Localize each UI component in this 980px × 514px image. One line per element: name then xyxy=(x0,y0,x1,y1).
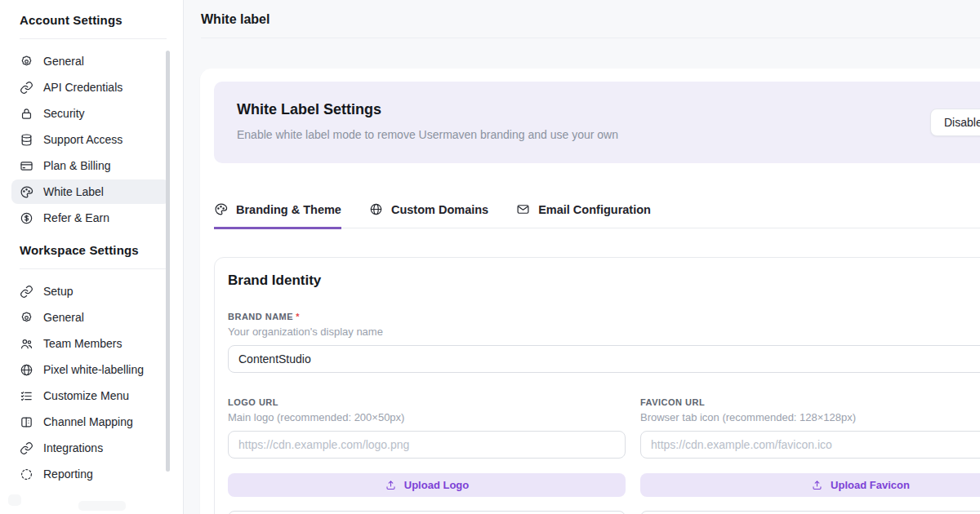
sidebar-item-setup[interactable]: Setup xyxy=(11,279,170,304)
gear-icon xyxy=(20,55,33,69)
globe-icon xyxy=(20,363,33,377)
sidebar-item-label: Customize Menu xyxy=(43,389,129,402)
envelope-icon xyxy=(516,202,530,216)
sidebar-item-label: General xyxy=(43,311,84,324)
globe-icon xyxy=(369,202,383,216)
logo-extra-input[interactable] xyxy=(228,511,626,514)
sidebar-item-label: API Credentials xyxy=(43,81,122,94)
page-header: White label xyxy=(184,0,980,27)
users-icon xyxy=(20,337,33,351)
lock-icon xyxy=(20,107,33,121)
sidebar-nav: GeneralAPI CredentialsSecuritySupport Ac… xyxy=(0,49,183,230)
upload-icon xyxy=(811,479,823,491)
white-label-card: White Label Settings Enable white label … xyxy=(200,69,980,514)
favicon-url-helper: Browser tab icon (recommended: 128×128px… xyxy=(640,411,980,423)
upload-favicon-button[interactable]: Upload Favicon xyxy=(640,473,980,497)
brand-identity-section: Brand Identity BRAND NAME* Your organiza… xyxy=(214,257,980,514)
link-icon xyxy=(20,285,33,299)
sidebar-item-api-credentials[interactable]: API Credentials xyxy=(11,75,170,100)
favicon-url-label: FAVICON URL xyxy=(640,397,980,407)
sidebar-item-support-access[interactable]: Support Access xyxy=(11,127,170,152)
logo-url-helper: Main logo (recommended: 200×50px) xyxy=(228,411,626,423)
sidebar-divider xyxy=(20,38,167,39)
brand-name-label: BRAND NAME* xyxy=(228,312,980,321)
favicon-url-input[interactable] xyxy=(640,431,980,459)
section-title: Brand Identity xyxy=(228,273,980,289)
tab-email-configuration[interactable]: Email Configuration xyxy=(516,202,651,229)
logo-url-field-group: LOGO URL Main logo (recommended: 200×50p… xyxy=(228,397,626,514)
settings-sidebar: Account SettingsGeneralAPI CredentialsSe… xyxy=(0,0,184,514)
required-asterisk: * xyxy=(296,312,300,321)
sidebar-item-general[interactable]: General xyxy=(11,49,170,73)
page-title: White label xyxy=(201,12,980,27)
sidebar-item-plan-billing[interactable]: Plan & Billing xyxy=(11,153,170,178)
database-icon xyxy=(20,133,33,147)
list-check-icon xyxy=(20,389,33,403)
tab-label: Custom Domains xyxy=(391,203,488,216)
sidebar-item-refer-earn[interactable]: Refer & Earn xyxy=(11,206,170,230)
sidebar-item-label: Support Access xyxy=(43,133,122,146)
sidebar-section-heading: Account Settings xyxy=(0,13,183,27)
brand-name-helper: Your organization's display name xyxy=(228,326,980,338)
dashed-circle-icon xyxy=(20,467,33,481)
sidebar-item-label: Plan & Billing xyxy=(43,159,111,172)
tab-label: Email Configuration xyxy=(538,203,651,216)
main-content: White label White Label Settings Enable … xyxy=(184,0,980,514)
logo-url-input[interactable] xyxy=(228,431,626,459)
banner-subtitle: Enable white label mode to remove Userma… xyxy=(237,128,980,141)
sidebar-item-label: Refer & Earn xyxy=(43,211,109,224)
dollar-circle-icon xyxy=(20,211,33,225)
sidebar-item-channel-mapping[interactable]: Channel Mapping xyxy=(11,410,170,434)
palette-icon xyxy=(214,202,228,216)
tab-branding-theme[interactable]: Branding & Theme xyxy=(214,202,341,229)
sidebar-item-label: White Label xyxy=(43,185,104,198)
sidebar-divider xyxy=(20,268,167,269)
faded-label xyxy=(78,501,126,511)
sidebar-item-customize-menu[interactable]: Customize Menu xyxy=(11,383,170,408)
gear-icon xyxy=(20,311,33,325)
brand-name-input[interactable] xyxy=(228,345,980,373)
sidebar-item-label: Integrations xyxy=(43,441,103,454)
banner-title: White Label Settings xyxy=(237,101,980,118)
tab-custom-domains[interactable]: Custom Domains xyxy=(369,202,488,229)
favicon-extra-input[interactable] xyxy=(640,511,980,514)
sidebar-item-label: Setup xyxy=(43,285,74,298)
sidebar-item-label: Team Members xyxy=(43,337,122,350)
sidebar-item-label: General xyxy=(43,55,84,68)
sidebar-scrollbar[interactable] xyxy=(166,51,170,472)
upload-logo-button[interactable]: Upload Logo xyxy=(228,473,626,497)
disable-white-label-button[interactable]: Disable xyxy=(930,109,980,136)
channel-map-icon xyxy=(20,415,33,429)
link-icon xyxy=(20,441,33,455)
credit-card-icon xyxy=(20,159,33,173)
sidebar-item-label: Reporting xyxy=(43,467,93,481)
sidebar-item-general[interactable]: General xyxy=(11,305,170,330)
sidebar-item-label: Channel Mapping xyxy=(43,415,133,428)
link-icon xyxy=(20,81,33,95)
sidebar-item-security[interactable]: Security xyxy=(11,101,170,126)
sidebar-item-team-members[interactable]: Team Members xyxy=(11,331,170,356)
sidebar-item-label: Pixel white-labelling xyxy=(43,363,144,376)
header-divider xyxy=(201,38,980,38)
favicon-url-field-group: FAVICON URL Browser tab icon (recommende… xyxy=(640,397,980,514)
sidebar-item-pixel-white-labelling[interactable]: Pixel white-labelling xyxy=(11,357,170,382)
sidebar-item-integrations[interactable]: Integrations xyxy=(11,436,170,460)
sidebar-item-label: Security xyxy=(43,107,85,120)
sidebar-item-white-label[interactable]: White Label xyxy=(11,179,170,204)
white-label-settings-banner: White Label Settings Enable white label … xyxy=(214,82,980,163)
palette-icon xyxy=(20,185,33,199)
sidebar-nav: SetupGeneralTeam MembersPixel white-labe… xyxy=(0,279,183,486)
sidebar-section-heading: Workspace Settings xyxy=(0,243,183,257)
tab-label: Branding & Theme xyxy=(236,203,341,216)
tab-bar: Branding & ThemeCustom DomainsEmail Conf… xyxy=(214,202,980,228)
upload-icon xyxy=(385,479,397,491)
sidebar-item-reporting[interactable]: Reporting xyxy=(11,462,170,486)
logo-url-label: LOGO URL xyxy=(228,397,626,407)
